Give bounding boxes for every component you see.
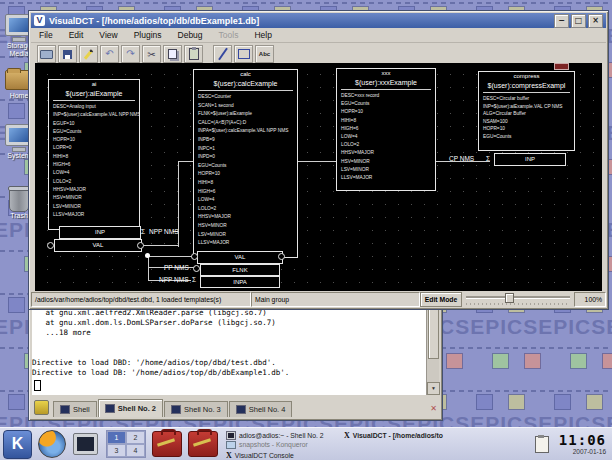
record-field[interactable]: DESC=Counter — [194, 93, 297, 102]
new-session-icon[interactable] — [34, 400, 49, 415]
link-connector[interactable] — [47, 242, 54, 249]
kmenu-button[interactable]: K — [3, 430, 32, 459]
record-field[interactable]: HIHI=8 — [337, 117, 435, 125]
tab-shell[interactable]: Shell — [53, 401, 97, 417]
record-field[interactable]: LLSV=MAJOR — [194, 239, 297, 248]
record-field[interactable]: HHSV=MAJOR — [337, 149, 435, 157]
tab-shell-4[interactable]: Shell No. 4 — [229, 401, 293, 417]
record-field[interactable]: LSV=MINOR — [194, 231, 297, 240]
edit-mode-button[interactable]: Edit Mode — [420, 292, 462, 307]
record-field[interactable]: INP=$(user):calcExample.VAL NPP NMS — [49, 111, 139, 119]
toolbox-launcher-icon-2[interactable] — [188, 431, 218, 457]
link-connector[interactable] — [193, 265, 200, 272]
record-block-ai[interactable]: ai $(user):aiExample DESC=Analog inputIN… — [48, 79, 140, 230]
record-field[interactable]: CALC=(A<B)?(A+C):D — [194, 119, 297, 128]
record-field[interactable]: LOW=4 — [337, 133, 435, 141]
record-field[interactable]: LLSV=MAJOR — [337, 174, 435, 182]
record-field[interactable]: DESC=xxx record — [337, 92, 435, 100]
edit-tool-button[interactable] — [79, 45, 98, 63]
record-field[interactable]: LOLO=2 — [194, 205, 297, 214]
record-field[interactable]: HSV=MINOR — [337, 158, 435, 166]
record-field[interactable]: HOPR=10 — [49, 136, 139, 144]
record-block-compress[interactable]: compress $(user):compressExampl DESC=Cir… — [478, 71, 575, 151]
record-field[interactable]: HIGH=6 — [49, 161, 139, 169]
record-field[interactable]: ALG=Circular Buffer — [479, 110, 574, 118]
record-block-xxx[interactable]: xxx $(user):xxxExample DESC=xxx recordEG… — [336, 68, 436, 191]
record-field[interactable]: LOW=4 — [194, 196, 297, 205]
port-calc-val[interactable]: VAL — [197, 251, 283, 264]
toolbox-launcher-icon[interactable] — [152, 431, 182, 457]
line-tool-button[interactable] — [213, 45, 232, 63]
record-field[interactable]: LLSV=MAJOR — [49, 211, 139, 219]
port-ai-inp[interactable]: INP — [59, 226, 141, 239]
console-scrollbar[interactable]: ▼ — [426, 298, 439, 395]
port-compress-inp[interactable]: INP — [494, 153, 566, 166]
task-visualdct[interactable]: X VisualDCT - [/home/adios/to — [344, 431, 446, 440]
record-field[interactable]: LOLO=2 — [49, 178, 139, 186]
port-calc-flnk[interactable]: FLNK — [200, 264, 280, 276]
menu-file[interactable]: File — [31, 30, 61, 40]
terminal-launcher-icon[interactable] — [73, 433, 98, 455]
record-block-calc[interactable]: calc $(user):calcExample DESC=CounterSCA… — [193, 69, 298, 258]
console-output[interactable]: at gnu.xml.aelfred2.SAXDriver.parse (lib… — [32, 298, 426, 395]
record-field[interactable]: INPC=1 — [194, 145, 297, 154]
link-junction[interactable] — [145, 253, 150, 258]
record-field[interactable]: HSV=MINOR — [194, 222, 297, 231]
zoom-slider[interactable] — [462, 292, 574, 307]
task-visualdct-console[interactable]: X VisualDCT Console — [226, 451, 340, 460]
task-konsole[interactable]: adios@adios:~ - Shell No. 2 — [226, 431, 340, 440]
pager-desktop-3[interactable]: 3 — [107, 444, 126, 457]
record-field[interactable]: LSV=MINOR — [337, 166, 435, 174]
open-button[interactable] — [37, 45, 56, 63]
record-field[interactable]: DESC=Circular buffer — [479, 95, 574, 103]
record-field[interactable]: HIGH=6 — [194, 188, 297, 197]
title-bar[interactable]: V VisualDCT - [/home/adios/top/db/dbExam… — [31, 13, 606, 28]
pager-desktop-4[interactable]: 4 — [126, 444, 145, 457]
record-field[interactable]: NSAM=100 — [479, 118, 574, 126]
menu-edit[interactable]: Edit — [61, 30, 92, 40]
maximize-button[interactable]: □ — [571, 14, 586, 28]
port-ai-val[interactable]: VAL — [54, 239, 142, 252]
redo-button[interactable]: ↷ — [121, 45, 140, 63]
record-field[interactable]: HIHI=8 — [194, 179, 297, 188]
record-field[interactable]: FLNK=$(user):aiExample — [194, 110, 297, 119]
record-field[interactable]: HOPR=10 — [479, 125, 574, 133]
rectangle-tool-button[interactable] — [234, 45, 253, 63]
tab-shell-2[interactable]: Shell No. 2 — [98, 399, 163, 417]
clock[interactable]: 11:06 2007-01-16 — [559, 433, 606, 455]
record-field[interactable]: INP=$(user):aiExample.VAL CP NMS — [479, 103, 574, 111]
detach-session-icon[interactable]: ✕ — [430, 404, 437, 413]
record-field[interactable]: EGU=Counts — [49, 128, 139, 136]
record-field[interactable]: INPD=0 — [194, 153, 297, 162]
schematic-canvas[interactable]: ai $(user):aiExample DESC=Analog inputIN… — [35, 63, 602, 291]
pager-desktop-1[interactable]: 1 — [107, 431, 126, 444]
record-field[interactable]: HIHI=8 — [49, 153, 139, 161]
record-field[interactable]: HHSV=MAJOR — [49, 186, 139, 194]
link-connector[interactable] — [137, 242, 144, 249]
minimize-button[interactable]: − — [554, 14, 569, 28]
menu-help[interactable]: Help — [246, 30, 279, 40]
record-field[interactable]: EGU=Counts — [337, 100, 435, 108]
record-field[interactable]: LOLO=2 — [337, 141, 435, 149]
menu-plugins[interactable]: Plugins — [126, 30, 170, 40]
link-connector[interactable] — [191, 253, 198, 260]
record-field[interactable]: HSV=MINOR — [49, 194, 139, 202]
record-field[interactable]: SCAN=1 second — [194, 102, 297, 111]
record-field[interactable]: LOPR=0 — [49, 144, 139, 152]
record-field[interactable]: HOPR=10 — [194, 170, 297, 179]
record-field[interactable]: EGU=Counts — [194, 162, 297, 171]
close-button[interactable]: × — [588, 14, 603, 28]
port-calc-inpa[interactable]: INPA — [200, 276, 280, 288]
text-tool-button[interactable]: Abc — [255, 45, 274, 63]
save-button[interactable] — [58, 45, 77, 63]
record-field[interactable]: LSV=MINOR — [49, 203, 139, 211]
link-connector[interactable] — [278, 253, 285, 260]
record-field[interactable]: HHSV=MAJOR — [194, 213, 297, 222]
record-field[interactable]: HOPR=10 — [337, 108, 435, 116]
firefox-icon[interactable] — [38, 430, 66, 458]
task-konqueror[interactable]: snapshots - Konqueror — [226, 441, 340, 449]
pager-desktop-2[interactable]: 2 — [126, 431, 145, 444]
record-field[interactable]: HIGH=6 — [337, 125, 435, 133]
cut-button[interactable]: ✂ — [142, 45, 161, 63]
record-field[interactable]: EGU=Counts — [479, 133, 574, 141]
